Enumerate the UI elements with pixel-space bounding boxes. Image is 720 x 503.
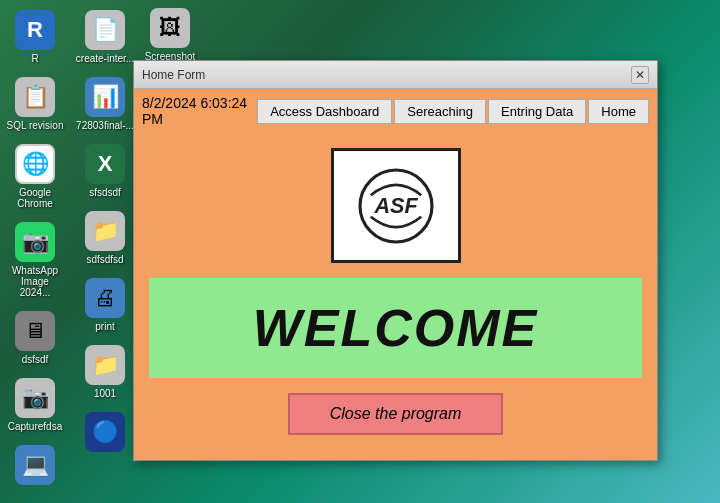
window-close-button[interactable]: ✕ — [631, 66, 649, 84]
welcome-banner: WELCOME — [149, 278, 642, 378]
nav-sereaching[interactable]: Sereaching — [394, 99, 486, 124]
desktop-icon-create-inter[interactable]: 📄 create-inter... — [75, 10, 135, 64]
desktop-icon-72803[interactable]: 📊 72803final-... — [75, 77, 135, 131]
window-titlebar: Home Form ✕ — [134, 61, 657, 89]
home-form-window: Home Form ✕ 8/2/2024 6:03:24 PM Access D… — [133, 60, 658, 461]
desktop-icon-sfsdsdf[interactable]: X sfsdsdf — [75, 144, 135, 198]
desktop-icon-screenshot[interactable]: 🖼 Screenshot — [140, 8, 200, 62]
desktop-icon-r[interactable]: R R — [5, 10, 65, 64]
desktop: R R 📋 SQL revision 🌐 Google Chrome 📷 Wha… — [0, 0, 720, 503]
desktop-icon-sql[interactable]: 📋 SQL revision — [5, 77, 65, 131]
nav-entring-data[interactable]: Entring Data — [488, 99, 586, 124]
desktop-icon-dsfsdf[interactable]: 🖥 dsfsdf — [5, 311, 65, 365]
desktop-icon-whatsapp[interactable]: 📷 WhatsApp Image 2024... — [5, 222, 65, 298]
window-content: ASF WELCOME Close the program — [134, 133, 657, 460]
asf-logo-svg: ASF — [351, 161, 441, 251]
desktop-icon-1001[interactable]: 📁 1001 — [75, 345, 135, 399]
menu-bar: 8/2/2024 6:03:24 PM Access Dashboard Ser… — [134, 89, 657, 133]
window-title: Home Form — [142, 68, 205, 82]
desktop-icon-capturefdsa[interactable]: 📷 Capturefdsa — [5, 378, 65, 432]
close-program-button[interactable]: Close the program — [288, 393, 504, 435]
svg-text:ASF: ASF — [373, 193, 418, 218]
welcome-text: WELCOME — [253, 298, 539, 358]
datetime-display: 8/2/2024 6:03:24 PM — [142, 95, 249, 127]
nav-home[interactable]: Home — [588, 99, 649, 124]
desktop-icon-unknown3[interactable]: 🔵 — [75, 412, 135, 455]
desktop-icon-print[interactable]: 🖨 print — [75, 278, 135, 332]
desktop-icon-chrome[interactable]: 🌐 Google Chrome — [5, 144, 65, 209]
logo-box: ASF — [331, 148, 461, 263]
nav-access-dashboard[interactable]: Access Dashboard — [257, 99, 392, 124]
desktop-icon-sdfsdfsd[interactable]: 📁 sdfsdfsd — [75, 211, 135, 265]
desktop-icon-unknown2[interactable]: 💻 — [5, 445, 65, 488]
nav-buttons: Access Dashboard Sereaching Entring Data… — [257, 99, 649, 124]
